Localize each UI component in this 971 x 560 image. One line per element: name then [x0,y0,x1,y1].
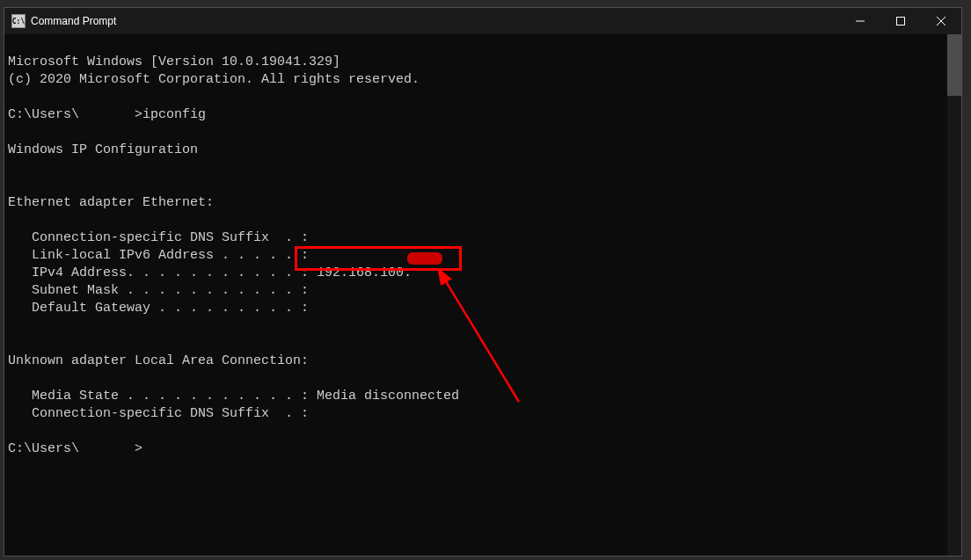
svg-rect-1 [897,18,905,25]
window-title: Command Prompt [31,15,116,27]
titlebar[interactable]: C:\ Command Prompt [4,8,961,34]
line-dns-suffix2: Connection-specific DNS Suffix . : [8,406,309,421]
line-version: Microsoft Windows [Version 10.0.19041.32… [8,55,340,69]
titlebar-left: C:\ Command Prompt [4,14,116,28]
close-button[interactable] [921,8,961,34]
line-adapter-ethernet: Ethernet adapter Ethernet: [8,195,214,210]
maximize-button[interactable] [880,8,921,34]
terminal-output: Microsoft Windows [Version 10.0.19041.32… [4,34,961,460]
line-gateway: Default Gateway . . . . . . . . . : [8,301,309,316]
line-header: Windows IP Configuration [8,142,198,157]
line-dns-suffix: Connection-specific DNS Suffix . : [8,230,309,245]
terminal-area[interactable]: Microsoft Windows [Version 10.0.19041.32… [4,34,961,556]
scrollbar-track[interactable] [947,34,961,556]
line-copyright: (c) 2020 Microsoft Corporation. All righ… [8,72,420,87]
line-subnet: Subnet Mask . . . . . . . . . . . : [8,283,309,298]
window-controls [840,8,961,34]
scrollbar-thumb[interactable] [947,34,961,96]
cmd-icon: C:\ [11,14,26,28]
line-prompt-ipconfig: C:\Users\ >ipconfig [8,107,206,122]
line-adapter-unknown: Unknown adapter Local Area Connection: [8,353,309,368]
line-ipv6: Link-local IPv6 Address . . . . . : [8,248,309,263]
minimize-button[interactable] [840,8,880,34]
line-ipv4: IPv4 Address. . . . . . . . . . . : 192.… [8,265,412,280]
command-prompt-window: C:\ Command Prompt Microsoft Windows [Ve… [4,7,962,556]
line-prompt: C:\Users\ > [8,441,142,456]
line-media-state: Media State . . . . . . . . . . . : Medi… [8,389,459,404]
